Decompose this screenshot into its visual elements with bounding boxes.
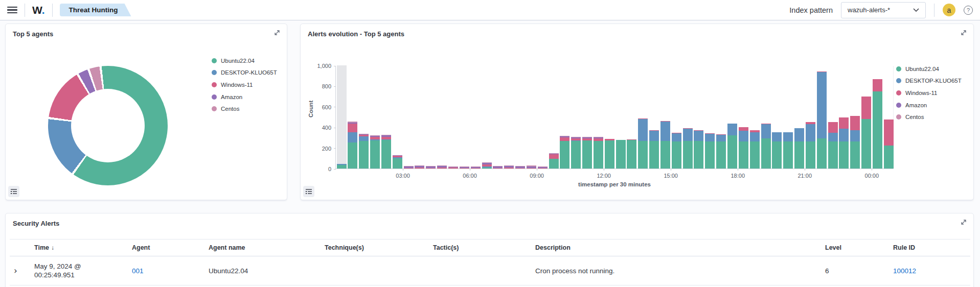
stacked-bar bbox=[761, 124, 771, 169]
column-header-time[interactable]: Time↓ bbox=[30, 240, 128, 256]
stacked-bar bbox=[806, 122, 815, 169]
legend-list-icon[interactable] bbox=[8, 186, 19, 197]
x-tick-mark bbox=[872, 169, 872, 171]
legend-dot-icon bbox=[212, 106, 217, 111]
column-header-tactics[interactable]: Tactic(s) bbox=[429, 240, 531, 256]
y-axis-title: Count bbox=[308, 101, 314, 117]
legend-item[interactable]: Amazon bbox=[212, 91, 277, 103]
legend-item[interactable]: Ubuntu22.04 bbox=[896, 63, 962, 75]
y-tick-mark bbox=[334, 169, 336, 170]
alerts-table: Time↓ Agent Agent name Technique(s) Tact… bbox=[10, 239, 970, 285]
expand-panel-icon[interactable] bbox=[273, 29, 282, 38]
bar-segment bbox=[348, 142, 357, 169]
panel-title: Alerts evolution - Top 5 agents bbox=[308, 30, 404, 38]
column-header-techniques[interactable]: Technique(s) bbox=[321, 240, 429, 256]
stacked-bar bbox=[772, 132, 782, 169]
stacked-bar bbox=[616, 140, 626, 169]
tab-threat-hunting[interactable]: Threat Hunting bbox=[60, 4, 131, 16]
legend-list-icon[interactable] bbox=[303, 186, 314, 197]
stacked-bar bbox=[437, 165, 447, 169]
stacked-bar bbox=[337, 164, 347, 169]
bar-segment bbox=[716, 135, 726, 141]
bar-segment bbox=[873, 79, 882, 91]
legend-item[interactable]: Amazon bbox=[896, 99, 962, 111]
legend-item[interactable]: Ubuntu22.04 bbox=[212, 55, 277, 67]
legend-dot-icon bbox=[896, 66, 901, 71]
bar-segment bbox=[817, 138, 827, 169]
column-header-description[interactable]: Description bbox=[531, 240, 821, 256]
stacked-bar bbox=[672, 133, 681, 169]
y-tick-label: 1,000 bbox=[317, 63, 336, 69]
bar-segment bbox=[850, 130, 860, 141]
legend-label: Ubuntu22.04 bbox=[221, 58, 255, 64]
stacked-bar bbox=[549, 153, 559, 169]
legend-label: Amazon bbox=[221, 94, 242, 100]
bar-segment bbox=[649, 141, 659, 169]
bar-segment bbox=[359, 141, 369, 169]
stacked-bar bbox=[348, 122, 357, 169]
bar-segment bbox=[460, 168, 469, 169]
bar-segment bbox=[750, 141, 760, 169]
bar-segment bbox=[672, 133, 681, 141]
column-header-agent[interactable]: Agent bbox=[128, 240, 204, 256]
column-header-level[interactable]: Level bbox=[821, 240, 889, 256]
legend-item[interactable]: Centos bbox=[212, 103, 277, 115]
stacked-bar bbox=[594, 137, 603, 169]
bar-segment bbox=[761, 124, 771, 138]
user-avatar[interactable]: a bbox=[943, 4, 955, 16]
x-tick-label: 06:00 bbox=[463, 173, 477, 179]
x-tick-mark bbox=[403, 169, 403, 171]
panel-title: Top 5 agents bbox=[13, 30, 53, 38]
bar-segment bbox=[839, 117, 849, 129]
legend-label: Ubuntu22.04 bbox=[905, 66, 939, 72]
stacked-bar bbox=[716, 134, 726, 169]
legend-item[interactable]: DESKTOP-KLUO65T bbox=[896, 75, 962, 87]
stacked-bar bbox=[460, 166, 469, 169]
y-tick-mark bbox=[334, 107, 336, 107]
panel-security-alerts: Security Alerts Time↓ Agent Agent name T… bbox=[5, 213, 974, 287]
legend-dot-icon bbox=[896, 78, 901, 83]
bar-segment bbox=[884, 146, 894, 169]
row-expand-chevron-icon[interactable]: › bbox=[14, 266, 17, 276]
bar-segment bbox=[381, 140, 391, 169]
stacked-bar bbox=[850, 116, 860, 169]
x-tick-mark bbox=[671, 169, 671, 171]
agent-link[interactable]: 001 bbox=[132, 267, 144, 275]
expander-column-header bbox=[10, 240, 30, 256]
cell-rule-id: 100012 bbox=[889, 256, 970, 285]
bar-segment bbox=[884, 119, 894, 146]
bar-segment bbox=[739, 127, 748, 131]
bar-segment bbox=[817, 72, 827, 138]
legend-item[interactable]: Windows-11 bbox=[212, 79, 277, 91]
legend-item[interactable]: Windows-11 bbox=[896, 87, 962, 99]
expand-panel-icon[interactable] bbox=[960, 218, 969, 227]
bar-segment bbox=[616, 140, 626, 169]
stacked-bar bbox=[627, 139, 636, 169]
bar-segment bbox=[493, 168, 503, 169]
y-tick-mark bbox=[334, 148, 336, 149]
x-tick-mark bbox=[738, 169, 738, 171]
column-header-rule-id[interactable]: Rule ID bbox=[889, 240, 970, 256]
bar-segment bbox=[705, 134, 715, 141]
expand-panel-icon[interactable] bbox=[960, 29, 969, 38]
stacked-bar bbox=[750, 130, 760, 169]
legend-dot-icon bbox=[212, 70, 217, 75]
legend-item[interactable]: DESKTOP-KLUO65T bbox=[212, 67, 277, 79]
legend-item[interactable]: Centos bbox=[896, 111, 962, 123]
y-tick-mark bbox=[334, 128, 336, 128]
rule-id-link[interactable]: 100012 bbox=[893, 267, 916, 275]
cell-agent: 001 bbox=[128, 256, 204, 285]
menu-hamburger-icon[interactable] bbox=[7, 7, 17, 14]
stacked-bar bbox=[727, 124, 737, 169]
bar-segment bbox=[571, 141, 581, 169]
bar-segment bbox=[549, 154, 559, 159]
column-header-agent-name[interactable]: Agent name bbox=[204, 240, 321, 256]
index-pattern-label: Index pattern bbox=[789, 6, 833, 14]
stacked-bar bbox=[683, 128, 693, 169]
help-icon[interactable]: ? bbox=[964, 6, 973, 15]
wazuh-logo[interactable]: W. bbox=[32, 4, 45, 16]
stacked-bar bbox=[605, 139, 614, 169]
index-pattern-select[interactable]: wazuh-alerts-* bbox=[841, 2, 926, 18]
bar-segment bbox=[660, 122, 670, 141]
cell-time: May 9, 2024 @ 00:25:49.951 bbox=[30, 256, 128, 285]
